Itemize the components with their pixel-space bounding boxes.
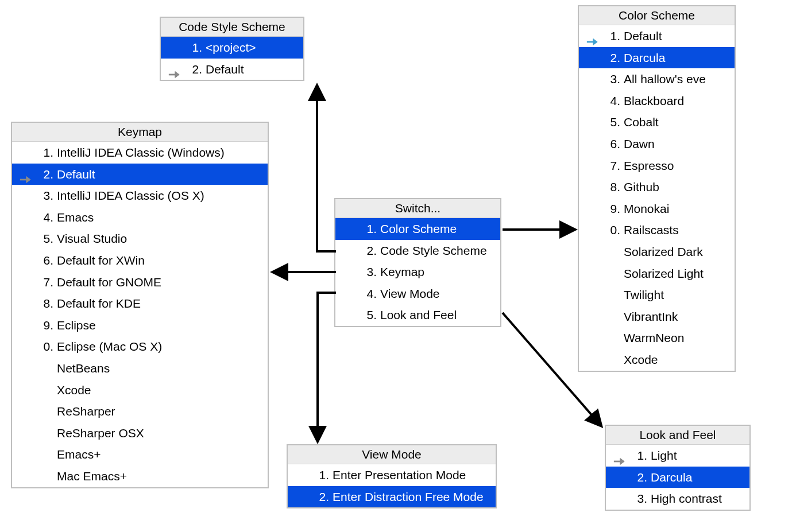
item-label: VibrantInk <box>624 307 678 327</box>
keymap-item[interactable]: 7.Default for GNOME <box>12 271 268 293</box>
item-number <box>608 350 620 370</box>
item-label: High contrast <box>651 489 722 508</box>
item-number: 6. <box>608 134 620 154</box>
keymap-item[interactable]: 0.Eclipse (Mac OS X) <box>12 336 268 358</box>
item-label: IntelliJ IDEA Classic (OS X) <box>57 186 204 205</box>
keymap-item[interactable]: Mac Emacs+ <box>12 465 268 487</box>
color-scheme-item[interactable]: Xcode <box>579 349 735 371</box>
item-label: Dawn <box>624 134 655 154</box>
item-number: 4. <box>364 284 377 304</box>
item-label: Mac Emacs+ <box>57 467 127 486</box>
code-style-list: 1.<project>2.Default <box>161 37 303 80</box>
keymap-title: Keymap <box>12 123 268 142</box>
color-scheme-item[interactable]: Solarized Light <box>579 263 735 285</box>
item-number: 2. <box>190 60 202 79</box>
switch-item[interactable]: 4.View Mode <box>335 283 500 305</box>
item-label: Look and Feel <box>380 305 457 325</box>
color-scheme-popup: Color Scheme 1.Default2.Darcula3.All hal… <box>578 5 736 372</box>
look-and-feel-item[interactable]: 3.High contrast <box>606 488 749 510</box>
keymap-item[interactable]: Xcode <box>12 379 268 401</box>
item-number: 0. <box>41 337 53 356</box>
code-style-item[interactable]: 2.Default <box>161 59 303 80</box>
view-mode-list: 1.Enter Presentation Mode2.Enter Distrac… <box>288 464 496 507</box>
keymap-item[interactable]: 1.IntelliJ IDEA Classic (Windows) <box>12 142 268 164</box>
item-number: 4. <box>608 91 620 111</box>
view-mode-item[interactable]: 2.Enter Distraction Free Mode <box>288 486 496 508</box>
item-label: Light <box>651 446 677 465</box>
switch-list: 1.Color Scheme2.Code Style Scheme3.Keyma… <box>335 218 500 326</box>
keymap-item[interactable]: 9.Eclipse <box>12 314 268 336</box>
item-label: Enter Distraction Free Mode <box>333 487 484 507</box>
switch-item[interactable]: 3.Keymap <box>335 261 500 283</box>
color-scheme-item[interactable]: 4.Blackboard <box>579 90 735 112</box>
item-number: 3. <box>635 489 647 508</box>
item-label: Blackboard <box>624 91 684 111</box>
color-scheme-list: 1.Default2.Darcula3.All hallow's eve4.Bl… <box>579 25 735 371</box>
color-scheme-item[interactable]: 9.Monokai <box>579 198 735 220</box>
keymap-item[interactable]: NetBeans <box>12 358 268 379</box>
item-number: 5. <box>608 112 620 132</box>
item-label: NetBeans <box>57 359 110 378</box>
current-indicator-arrow-icon <box>168 65 180 73</box>
item-number: 2. <box>316 487 329 507</box>
item-number: 9. <box>608 199 620 219</box>
look-and-feel-item[interactable]: 2.Darcula <box>606 467 749 488</box>
item-number <box>608 307 620 327</box>
look-and-feel-list: 1.Light2.Darcula3.High contrast <box>606 445 749 510</box>
item-number: 5. <box>364 305 377 325</box>
keymap-item[interactable]: 6.Default for XWin <box>12 250 268 271</box>
keymap-item[interactable]: 3.IntelliJ IDEA Classic (OS X) <box>12 185 268 207</box>
current-indicator-arrow-icon <box>19 170 32 178</box>
item-label: Eclipse <box>57 316 96 335</box>
item-label: Default for XWin <box>57 251 145 270</box>
keymap-popup: Keymap 1.IntelliJ IDEA Classic (Windows)… <box>11 122 269 488</box>
view-mode-item[interactable]: 1.Enter Presentation Mode <box>288 464 496 486</box>
item-number: 2. <box>364 241 377 261</box>
current-indicator-arrow-icon <box>586 32 598 40</box>
item-label: Keymap <box>380 262 424 282</box>
keymap-item[interactable]: ReSharper <box>12 401 268 422</box>
switch-item[interactable]: 2.Code Style Scheme <box>335 240 500 262</box>
item-number: 2. <box>41 165 53 184</box>
item-label: Cobalt <box>624 112 659 132</box>
color-scheme-item[interactable]: 7.Espresso <box>579 155 735 177</box>
color-scheme-item[interactable]: 5.Cobalt <box>579 111 735 133</box>
keymap-item[interactable]: ReSharper OSX <box>12 422 268 444</box>
color-scheme-item[interactable]: WarmNeon <box>579 327 735 349</box>
item-label: Solarized Dark <box>624 242 703 262</box>
color-scheme-item[interactable]: 2.Darcula <box>579 47 735 69</box>
item-label: Color Scheme <box>380 219 457 239</box>
item-label: ReSharper OSX <box>57 424 144 443</box>
switch-item[interactable]: 5.Look and Feel <box>335 304 500 326</box>
item-label: Visual Studio <box>57 229 127 248</box>
switch-item[interactable]: 1.Color Scheme <box>335 218 500 240</box>
color-scheme-item[interactable]: 6.Dawn <box>579 133 735 155</box>
item-label: Github <box>624 177 659 197</box>
current-indicator-arrow-icon <box>613 452 625 460</box>
keymap-item[interactable]: 4.Emacs <box>12 207 268 228</box>
color-scheme-item[interactable]: 0.Railscasts <box>579 219 735 241</box>
look-and-feel-item[interactable]: 1.Light <box>606 445 749 467</box>
item-number <box>41 359 53 378</box>
item-label: Twilight <box>624 285 664 305</box>
item-label: Default for KDE <box>57 294 141 313</box>
look-and-feel-title: Look and Feel <box>606 426 749 445</box>
color-scheme-item[interactable]: Twilight <box>579 284 735 306</box>
item-number: 1. <box>364 219 377 239</box>
color-scheme-item[interactable]: 3.All hallow's eve <box>579 68 735 90</box>
item-number: 3. <box>41 186 53 205</box>
keymap-item[interactable]: Emacs+ <box>12 444 268 465</box>
keymap-item[interactable]: 8.Default for KDE <box>12 293 268 314</box>
color-scheme-item[interactable]: 1.Default <box>579 25 735 47</box>
item-label: Eclipse (Mac OS X) <box>57 337 162 356</box>
item-number <box>41 445 53 464</box>
code-style-item[interactable]: 1.<project> <box>161 37 303 59</box>
item-number: 1. <box>608 26 620 46</box>
color-scheme-item[interactable]: VibrantInk <box>579 306 735 328</box>
keymap-item[interactable]: 2.Default <box>12 164 268 185</box>
item-label: Default <box>206 60 244 79</box>
color-scheme-item[interactable]: 8.Github <box>579 176 735 198</box>
color-scheme-item[interactable]: Solarized Dark <box>579 241 735 263</box>
item-label: Emacs <box>57 208 94 227</box>
keymap-item[interactable]: 5.Visual Studio <box>12 228 268 250</box>
